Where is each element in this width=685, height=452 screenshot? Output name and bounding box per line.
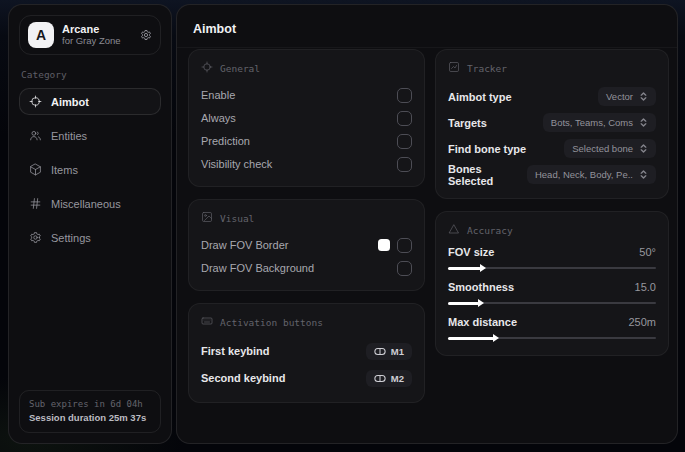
smoothness-label: Smoothness: [448, 281, 514, 293]
dropdown-value: Head, Neck, Body, Pe..: [535, 169, 633, 180]
visibility-check-checkbox[interactable]: [397, 157, 412, 172]
sub-expires-text: Sub expires in 6d 04h: [29, 398, 151, 411]
find-bone-type-dropdown[interactable]: Selected bone: [564, 139, 656, 158]
max-distance-value: 250m: [628, 316, 656, 328]
visibility-check-label: Visibility check: [201, 158, 272, 170]
keybind-value: M2: [391, 373, 404, 384]
mouse-icon: [374, 374, 386, 383]
chevron-updown-icon: [639, 170, 648, 179]
chevron-updown-icon: [639, 92, 648, 101]
gear-icon: [29, 231, 42, 244]
app-subtitle: for Gray Zone: [62, 36, 132, 47]
sidebar-item-label: Aimbot: [51, 96, 89, 108]
dropdown-value: Bots, Teams, Coms: [551, 117, 633, 128]
main-panel: Aimbot General Enable Always: [176, 4, 678, 444]
max-distance-control: Max distance 250m: [448, 316, 656, 342]
draw-fov-background-label: Draw FOV Background: [201, 262, 314, 274]
always-checkbox[interactable]: [397, 111, 412, 126]
prediction-checkbox[interactable]: [397, 134, 412, 149]
triangle-icon: [448, 223, 460, 237]
max-distance-slider[interactable]: [448, 334, 656, 342]
max-distance-label: Max distance: [448, 316, 517, 328]
section-title: Accuracy: [467, 225, 513, 236]
accuracy-section: Accuracy FOV size 50° Smoothness 15.0: [435, 211, 669, 356]
sidebar-item-label: Miscellaneous: [51, 198, 121, 210]
category-label: Category: [21, 69, 159, 80]
draw-fov-border-label: Draw FOV Border: [201, 239, 288, 251]
smoothness-value: 15.0: [635, 281, 656, 293]
fov-size-control: FOV size 50°: [448, 246, 656, 272]
crosshair-icon: [29, 95, 42, 108]
enable-checkbox[interactable]: [397, 88, 412, 103]
bones-selected-dropdown[interactable]: Head, Neck, Body, Pe..: [527, 165, 656, 184]
smoothness-control: Smoothness 15.0: [448, 281, 656, 307]
dropdown-value: Vector: [606, 91, 633, 102]
first-keybind-button[interactable]: M1: [366, 343, 412, 360]
bones-selected-label: Bones Selected: [448, 163, 527, 187]
fov-border-color-swatch[interactable]: [378, 239, 390, 251]
gear-icon[interactable]: [140, 29, 152, 41]
sidebar-item-label: Items: [51, 164, 78, 176]
fov-size-label: FOV size: [448, 246, 494, 258]
section-title: General: [220, 63, 260, 74]
fov-size-slider[interactable]: [448, 264, 656, 272]
app-name: Arcane: [62, 23, 132, 36]
draw-fov-background-checkbox[interactable]: [397, 261, 412, 276]
subscription-info: Sub expires in 6d 04h Session duration 2…: [19, 390, 161, 433]
section-title: Activation buttons: [220, 317, 323, 328]
dropdown-value: Selected bone: [572, 143, 633, 154]
targets-label: Targets: [448, 117, 487, 129]
second-keybind-button[interactable]: M2: [366, 370, 412, 387]
page-title: Aimbot: [193, 22, 236, 36]
draw-fov-border-checkbox[interactable]: [397, 238, 412, 253]
first-keybind-label: First keybind: [201, 345, 269, 357]
aimbot-type-label: Aimbot type: [448, 91, 512, 103]
image-icon: [201, 211, 213, 225]
sidebar-item-aimbot[interactable]: Aimbot: [19, 88, 161, 115]
find-bone-type-label: Find bone type: [448, 143, 526, 155]
keybind-value: M1: [391, 346, 404, 357]
always-label: Always: [201, 112, 236, 124]
slider-fill: [448, 337, 494, 340]
smoothness-slider[interactable]: [448, 299, 656, 307]
sidebar-item-settings[interactable]: Settings: [19, 224, 161, 251]
main-header: Aimbot: [177, 5, 677, 48]
sidebar-item-label: Entities: [51, 130, 87, 142]
sidebar-item-entities[interactable]: Entities: [19, 122, 161, 149]
app-brand: A Arcane for Gray Zone: [19, 15, 161, 55]
section-title: Visual: [220, 213, 254, 224]
section-title: Tracker: [467, 63, 507, 74]
activation-buttons-section: Activation buttons First keybind M1 Seco…: [188, 303, 425, 403]
users-icon: [29, 129, 42, 142]
sidebar-item-miscellaneous[interactable]: Miscellaneous: [19, 190, 161, 217]
mouse-icon: [374, 347, 386, 356]
visual-section: Visual Draw FOV Border Draw FOV Backgrou…: [188, 199, 425, 291]
prediction-label: Prediction: [201, 135, 250, 147]
session-duration-text: Session duration 25m 37s: [29, 411, 151, 425]
fov-size-value: 50°: [639, 246, 656, 258]
crosshair-icon: [201, 61, 213, 75]
sidebar-item-items[interactable]: Items: [19, 156, 161, 183]
slider-fill: [448, 267, 481, 270]
hash-icon: [29, 197, 42, 210]
targets-dropdown[interactable]: Bots, Teams, Coms: [543, 113, 656, 132]
keyboard-icon: [201, 315, 213, 329]
chevron-updown-icon: [639, 118, 648, 127]
slider-fill: [448, 302, 479, 305]
box-icon: [29, 163, 42, 176]
aimbot-type-dropdown[interactable]: Vector: [598, 87, 656, 106]
sidebar: A Arcane for Gray Zone Category Aimbot E…: [8, 4, 172, 444]
chart-icon: [448, 61, 460, 75]
chevron-updown-icon: [639, 144, 648, 153]
app-logo: A: [28, 22, 54, 48]
sidebar-item-label: Settings: [51, 232, 91, 244]
tracker-section: Tracker Aimbot type Vector Targets Bots,…: [435, 49, 669, 199]
general-section: General Enable Always Prediction Visibil…: [188, 49, 425, 187]
enable-label: Enable: [201, 89, 235, 101]
second-keybind-label: Second keybind: [201, 372, 285, 384]
